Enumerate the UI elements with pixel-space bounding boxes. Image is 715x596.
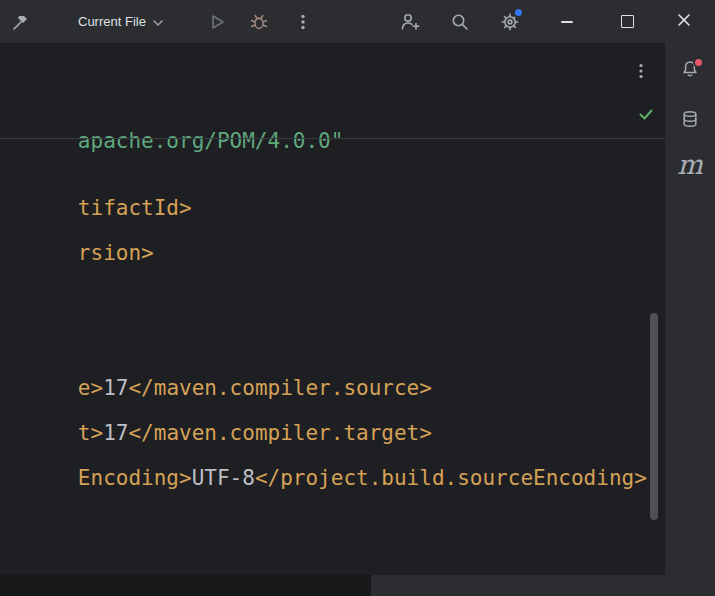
bottom-bar <box>0 575 665 596</box>
editor-options-icon[interactable] <box>631 61 651 81</box>
maximize-icon <box>621 15 634 28</box>
titlebar: Current File <box>0 0 715 43</box>
minimize-icon <box>561 21 573 23</box>
run-configuration-label: Current File <box>78 14 146 29</box>
bottom-left-panel <box>0 575 371 596</box>
code-with-me-icon[interactable] <box>397 0 423 43</box>
code-line: tifactId> <box>2 169 192 195</box>
notifications-red-dot <box>695 59 702 66</box>
run-configuration-selector[interactable]: Current File <box>74 0 167 43</box>
maven-tool-button[interactable]: m <box>680 155 700 175</box>
maven-icon: m <box>677 155 703 175</box>
database-tool-button[interactable] <box>680 111 700 131</box>
code-line: Encoding>UTF-8</project.build.sourceEnco… <box>2 439 647 465</box>
code-line: t>17</maven.compiler.target> <box>2 394 432 420</box>
window-maximize-button[interactable] <box>607 0 647 43</box>
ide-window: Current File <box>0 0 715 596</box>
code-line: rsion> <box>2 214 154 240</box>
window-close-button[interactable] <box>664 0 704 43</box>
notifications-button[interactable] <box>680 61 700 81</box>
inspections-ok-icon[interactable] <box>635 103 657 125</box>
code-line: e>17</maven.compiler.source> <box>2 349 432 375</box>
more-actions-icon[interactable] <box>290 0 316 43</box>
code-editor[interactable]: apache.org/POM/4.0.0" Id tifactId> rsion… <box>0 43 665 575</box>
chevron-down-icon <box>153 14 163 29</box>
settings-notification-dot <box>515 9 522 16</box>
editor-scrollbar[interactable] <box>650 313 658 520</box>
clipped-code-fragment: Id <box>2 140 128 152</box>
window-minimize-button[interactable] <box>547 0 587 43</box>
run-button[interactable] <box>204 0 230 43</box>
database-icon <box>680 109 700 133</box>
settings-gear-icon[interactable] <box>497 0 523 43</box>
build-hammer-icon[interactable] <box>8 0 34 43</box>
debug-button[interactable] <box>246 0 272 43</box>
code-line: apache.org/POM/4.0.0" <box>2 102 343 128</box>
close-icon <box>677 13 691 31</box>
search-icon[interactable] <box>447 0 473 43</box>
right-tool-stripe: m <box>665 43 715 596</box>
sticky-line-separator <box>0 138 665 139</box>
